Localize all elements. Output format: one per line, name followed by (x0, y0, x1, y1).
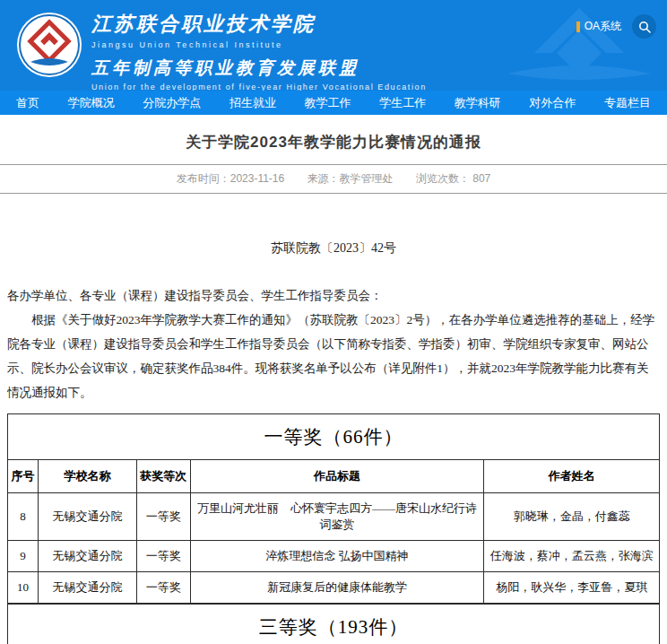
table-row: 8无锡交通分院一等奖万里山河尤壮丽 心怀寰宇志四方——唐宋山水纪行诗词鉴赏郭晓琳… (8, 493, 660, 541)
oa-system-link[interactable]: OA系统 (576, 19, 621, 34)
union-name-cn: 五年制高等职业教育发展联盟 (91, 57, 427, 80)
section-title: 三等奖（193件） (8, 605, 660, 644)
column-header: 学校名称 (39, 460, 137, 493)
nav-item-2[interactable]: 分院办学点 (143, 95, 201, 111)
orange-bar-icon (576, 22, 580, 32)
column-header: 作品标题 (190, 460, 484, 493)
view-count: 浏览次数： 807 (416, 172, 490, 185)
institute-name-en: Jiangsu Union Technical Institute (91, 40, 427, 49)
page: 江苏联合职业技术学院 Jiangsu Union Technical Insti… (0, 0, 667, 644)
nav-item-4[interactable]: 教学工作 (305, 95, 351, 111)
table-cell: 无锡交通分院 (39, 572, 137, 604)
brand-block: 江苏联合职业技术学院 Jiangsu Union Technical Insti… (91, 11, 427, 91)
column-header: 序号 (8, 460, 39, 493)
divider-bottom (0, 193, 667, 194)
table-cell: 淬炼理想信念 弘扬中国精神 (190, 541, 484, 572)
table-cell: 新冠康复后的健康体能教学 (190, 572, 484, 604)
table-row: 10无锡交通分院一等奖新冠康复后的健康体能教学杨阳，耿兴华，李亚鲁，夏琪 (8, 572, 660, 604)
table-cell: 一等奖 (136, 493, 190, 541)
site-header: 江苏联合职业技术学院 Jiangsu Union Technical Insti… (0, 0, 667, 91)
document-number: 苏联院教〔2023〕42号 (0, 240, 667, 257)
table-cell: 无锡交通分院 (39, 541, 137, 572)
search-icon (638, 21, 651, 33)
column-header: 作者姓名 (484, 460, 660, 493)
table-cell: 9 (8, 541, 39, 572)
oa-system-label: OA系统 (585, 19, 621, 34)
header-actions: OA系统 (576, 14, 656, 39)
table-row: 9无锡交通分院一等奖淬炼理想信念 弘扬中国精神任海波，蔡冲，孟云燕，张海滨 (8, 541, 660, 572)
body-paragraph: 根据《关于做好2023年学院教学大赛工作的通知》（苏联院教〔2023〕2号），在… (7, 308, 660, 405)
publish-date: 发布时间：2023-11-16 (177, 172, 285, 185)
column-header: 获奖等次 (136, 460, 190, 493)
body-paragraph: 各办学单位、各专业（课程）建设指导委员会、学生工作指导委员会： (7, 283, 660, 308)
article: 关于学院2023年教学能力比赛情况的通报 发布时间：2023-11-16 来源：… (0, 115, 667, 644)
awards-table-0: 一等奖（66件）序号学校名称获奖等次作品标题作者姓名8无锡交通分院一等奖万里山河… (7, 413, 660, 604)
source: 来源：教学管理处 (308, 172, 394, 185)
nav-item-7[interactable]: 对外合作 (529, 95, 576, 111)
table-cell: 郭晓琳，金晶，付鑫蕊 (484, 493, 660, 541)
main-nav: 首页学院概况分院办学点招生就业教学工作学生工作教学科研对外合作专题栏目 (0, 91, 667, 115)
nav-item-3[interactable]: 招生就业 (230, 95, 276, 111)
table-cell: 任海波，蔡冲，孟云燕，张海滨 (484, 541, 660, 572)
nav-item-6[interactable]: 教学科研 (455, 95, 501, 111)
nav-item-5[interactable]: 学生工作 (379, 95, 426, 111)
table-cell: 杨阳，耿兴华，李亚鲁，夏琪 (484, 572, 660, 604)
page-title: 关于学院2023年教学能力比赛情况的通报 (0, 132, 667, 152)
section-title: 一等奖（66件） (8, 414, 660, 460)
table-cell: 一等奖 (136, 572, 190, 604)
union-name-en: Union for the development of five-year H… (91, 83, 427, 91)
awards-tables: 一等奖（66件）序号学校名称获奖等次作品标题作者姓名8无锡交通分院一等奖万里山河… (7, 413, 660, 644)
awards-table-1: 三等奖（193件）序号学校名称获奖等次作品标题作者姓名15无锡交通分院三等奖倡导… (7, 604, 660, 644)
table-cell: 无锡交通分院 (39, 493, 137, 541)
institute-logo (16, 12, 82, 78)
article-meta: 发布时间：2023-11-16 来源：教学管理处 浏览次数： 807 (0, 165, 667, 193)
table-cell: 10 (8, 572, 39, 604)
table-header-row: 序号学校名称获奖等次作品标题作者姓名 (8, 460, 660, 493)
nav-item-1[interactable]: 学院概况 (68, 95, 115, 111)
table-cell: 8 (8, 493, 39, 541)
nav-item-0[interactable]: 首页 (16, 95, 39, 111)
table-cell: 一等奖 (136, 541, 190, 572)
institute-name-cn: 江苏联合职业技术学院 (91, 11, 427, 38)
article-body: 各办学单位、各专业（课程）建设指导委员会、学生工作指导委员会：根据《关于做好20… (7, 283, 660, 405)
table-cell: 万里山河尤壮丽 心怀寰宇志四方——唐宋山水纪行诗词鉴赏 (190, 493, 484, 541)
search-button[interactable] (632, 14, 656, 39)
nav-item-8[interactable]: 专题栏目 (604, 95, 651, 111)
